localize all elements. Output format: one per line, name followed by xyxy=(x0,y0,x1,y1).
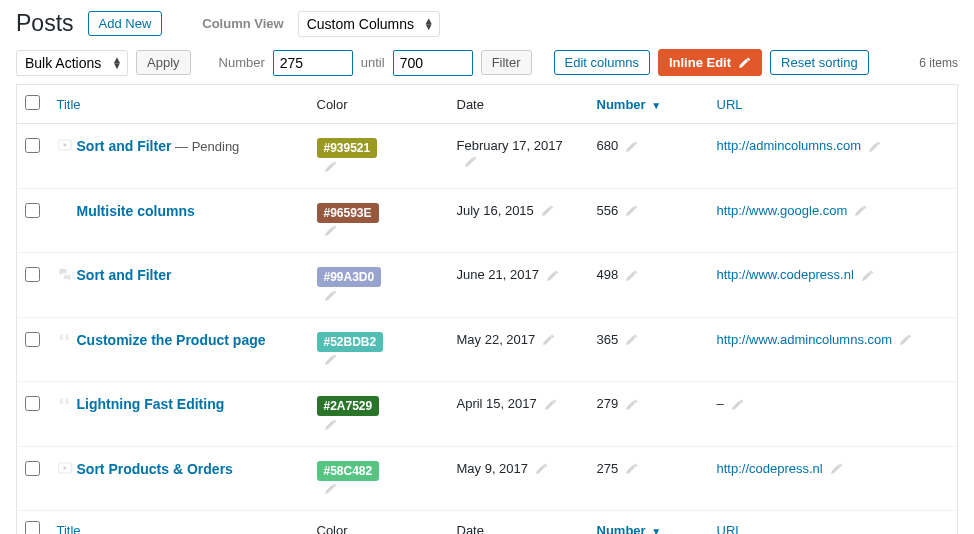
posts-table: Title Color Date Number ▼ URL Sort and F… xyxy=(16,84,958,534)
row-checkbox[interactable] xyxy=(25,267,40,282)
pencil-icon[interactable] xyxy=(323,353,337,367)
url-link[interactable]: http://codepress.nl xyxy=(717,461,823,476)
edit-columns-button[interactable]: Edit columns xyxy=(554,50,650,75)
column-view-label: Column View xyxy=(202,16,283,31)
date-value: May 22, 2017 xyxy=(457,332,536,347)
sort-desc-icon: ▼ xyxy=(651,100,661,111)
url-link[interactable]: http://www.admincolumns.com xyxy=(717,332,893,347)
date-value: July 16, 2015 xyxy=(457,203,534,218)
col-footer-title[interactable]: Title xyxy=(49,511,309,534)
format-video-icon xyxy=(57,461,73,475)
post-title-link[interactable]: Lightning Fast Editing xyxy=(77,396,225,412)
format-quote-icon xyxy=(57,396,73,410)
inline-edit-button[interactable]: Inline Edit xyxy=(658,49,762,76)
pencil-icon[interactable] xyxy=(624,140,638,154)
apply-button[interactable]: Apply xyxy=(136,50,191,75)
format-quote-icon xyxy=(57,332,73,346)
column-view-select[interactable]: Custom Columns xyxy=(298,11,440,37)
col-header-title[interactable]: Title xyxy=(49,85,309,124)
pencil-icon[interactable] xyxy=(898,333,912,347)
color-badge: #2A7529 xyxy=(317,396,380,416)
pencil-icon[interactable] xyxy=(853,204,867,218)
pencil-icon[interactable] xyxy=(860,269,874,283)
url-link[interactable]: http://www.codepress.nl xyxy=(717,267,854,282)
pencil-icon[interactable] xyxy=(323,160,337,174)
post-title-link[interactable]: Sort and Filter xyxy=(77,267,172,283)
row-checkbox[interactable] xyxy=(25,332,40,347)
table-row: Lightning Fast Editing#2A7529April 15, 2… xyxy=(17,382,958,447)
date-value: April 15, 2017 xyxy=(457,396,537,411)
select-all-checkbox[interactable] xyxy=(25,95,40,110)
post-status: — Pending xyxy=(171,139,239,154)
url-link[interactable]: http://www.google.com xyxy=(717,203,848,218)
edit-icon xyxy=(737,56,751,70)
col-header-number[interactable]: Number ▼ xyxy=(589,85,709,124)
color-badge: #96593E xyxy=(317,203,379,223)
pencil-icon[interactable] xyxy=(624,333,638,347)
pencil-icon[interactable] xyxy=(624,204,638,218)
row-checkbox[interactable] xyxy=(25,461,40,476)
pencil-icon[interactable] xyxy=(540,204,554,218)
sort-desc-icon: ▼ xyxy=(651,526,661,534)
number-value: 279 xyxy=(597,396,619,411)
color-badge: #99A3D0 xyxy=(317,267,382,287)
number-value: 275 xyxy=(597,461,619,476)
pencil-icon[interactable] xyxy=(730,398,744,412)
format-chat-icon xyxy=(57,267,73,281)
date-value: February 17, 2017 xyxy=(457,138,563,153)
pencil-icon[interactable] xyxy=(323,482,337,496)
filter-button[interactable]: Filter xyxy=(481,50,532,75)
col-footer-number[interactable]: Number ▼ xyxy=(589,511,709,534)
color-badge: #58C482 xyxy=(317,461,380,481)
url-value: – xyxy=(717,396,724,411)
row-checkbox[interactable] xyxy=(25,138,40,153)
pencil-icon[interactable] xyxy=(463,155,477,169)
col-footer-color: Color xyxy=(309,511,449,534)
row-checkbox[interactable] xyxy=(25,203,40,218)
pencil-icon[interactable] xyxy=(323,224,337,238)
pencil-icon[interactable] xyxy=(867,140,881,154)
pencil-icon[interactable] xyxy=(323,418,337,432)
col-header-date: Date xyxy=(449,85,589,124)
col-footer-date: Date xyxy=(449,511,589,534)
items-count: 6 items xyxy=(919,56,958,70)
url-link[interactable]: http://admincolumns.com xyxy=(717,138,862,153)
post-title-link[interactable]: Sort Products & Orders xyxy=(77,461,233,477)
color-badge: #52BDB2 xyxy=(317,332,384,352)
col-footer-url[interactable]: URL xyxy=(709,511,958,534)
until-label: until xyxy=(361,55,385,70)
post-title-link[interactable]: Sort and Filter xyxy=(77,138,172,154)
pencil-icon[interactable] xyxy=(829,462,843,476)
add-new-button[interactable]: Add New xyxy=(88,11,163,36)
reset-sorting-button[interactable]: Reset sorting xyxy=(770,50,869,75)
number-value: 556 xyxy=(597,203,619,218)
page-title: Posts xyxy=(16,10,74,37)
pencil-icon[interactable] xyxy=(534,462,548,476)
pencil-icon[interactable] xyxy=(541,333,555,347)
col-header-color: Color xyxy=(309,85,449,124)
pencil-icon[interactable] xyxy=(545,269,559,283)
format-video-icon xyxy=(57,138,73,152)
post-title-link[interactable]: Customize the Product page xyxy=(77,332,266,348)
pencil-icon[interactable] xyxy=(624,398,638,412)
pencil-icon[interactable] xyxy=(624,269,638,283)
table-row: Sort and Filter#99A3D0June 21, 2017498ht… xyxy=(17,253,958,318)
table-row: Sort Products & Orders#58C482May 9, 2017… xyxy=(17,446,958,511)
pencil-icon[interactable] xyxy=(543,398,557,412)
col-header-url[interactable]: URL xyxy=(709,85,958,124)
number-value: 498 xyxy=(597,267,619,282)
number-from-input[interactable] xyxy=(273,50,353,76)
table-row: Customize the Product page#52BDB2May 22,… xyxy=(17,317,958,382)
table-row: Multisite columns#96593EJuly 16, 2015556… xyxy=(17,188,958,253)
bulk-actions-select[interactable]: Bulk Actions xyxy=(16,50,128,76)
number-to-input[interactable] xyxy=(393,50,473,76)
pencil-icon[interactable] xyxy=(323,289,337,303)
select-all-checkbox-footer[interactable] xyxy=(25,521,40,534)
number-value: 365 xyxy=(597,332,619,347)
number-filter-label: Number xyxy=(219,55,265,70)
color-badge: #939521 xyxy=(317,138,378,158)
pencil-icon[interactable] xyxy=(624,462,638,476)
post-title-link[interactable]: Multisite columns xyxy=(77,203,195,219)
row-checkbox[interactable] xyxy=(25,396,40,411)
date-value: May 9, 2017 xyxy=(457,461,529,476)
